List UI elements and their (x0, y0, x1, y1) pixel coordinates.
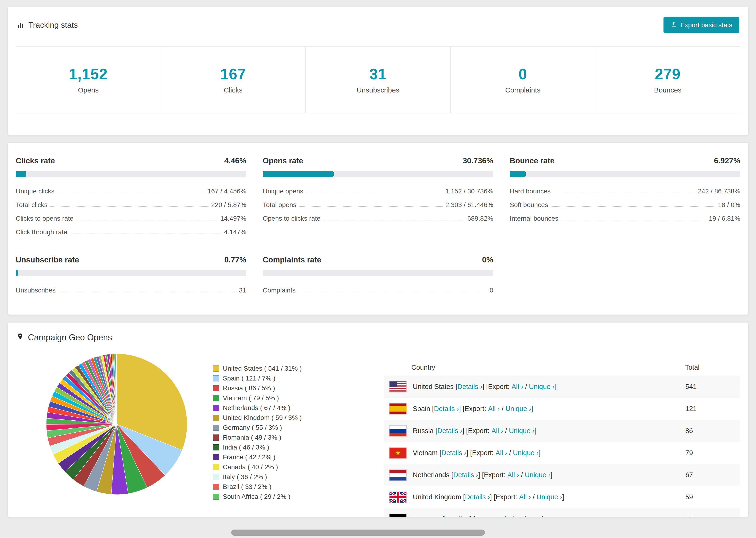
rate-row-opens-to-clicks-rate: Opens to clicks rate 689.82% (263, 212, 493, 225)
export-button-label: Export basic stats (680, 21, 732, 29)
rate-row-clicks-to-opens-rate: Clicks to opens rate 14.497% (16, 212, 246, 225)
legend-item-russia[interactable]: Russia ( 86 / 5% ) (213, 383, 345, 393)
rate-head: Unsubscribe rate 0.77% (16, 255, 246, 264)
bracket: ] [Export: (466, 449, 495, 457)
details-link[interactable]: Details › (465, 493, 490, 501)
country-cell: Germany [Details ›] [Export: All › / Uni… (385, 513, 685, 517)
slash-separator: / (519, 471, 525, 479)
tracking-stats-header: Tracking stats Export basic stats (17, 17, 739, 33)
stat-box-opens: 1,152 Opens (16, 47, 161, 113)
rate-row-value: 0 (490, 287, 493, 294)
export-all-link[interactable]: All › (507, 471, 519, 479)
rate-head: Complaints rate 0% (263, 255, 493, 264)
rate-head: Clicks rate 4.46% (16, 156, 246, 165)
country-cell: Netherlands [Details ›] [Export: All › /… (385, 469, 685, 481)
rate-title: Clicks rate (16, 156, 55, 165)
geo-table-container: Country Total United States [Details ›] … (384, 359, 740, 517)
details-link[interactable]: Details › (453, 471, 478, 479)
rate-row-value: 2,303 / 61.446% (445, 201, 493, 209)
export-unique-link[interactable]: Unique › (516, 515, 542, 517)
legend-item-india[interactable]: India ( 46 / 3% ) (213, 443, 345, 452)
export-unique-link[interactable]: Unique › (525, 471, 551, 479)
legend-swatch (213, 415, 219, 421)
total-column-header: Total (685, 359, 740, 376)
flag-de-icon (389, 513, 406, 517)
details-link[interactable]: Details › (441, 449, 466, 457)
legend-item-united-kingdom[interactable]: United Kingdom ( 59 / 3% ) (213, 413, 345, 423)
stat-box-unsubscribes: 31 Unsubscribes (306, 47, 451, 113)
export-basic-stats-button[interactable]: Export basic stats (664, 17, 739, 33)
legend-item-germany[interactable]: Germany ( 55 / 3% ) (213, 423, 345, 433)
page: Tracking stats Export basic stats 1,152 … (0, 0, 756, 517)
export-all-link[interactable]: All › (519, 493, 531, 501)
details-link[interactable]: Details › (434, 405, 459, 413)
bracket: [ (434, 427, 437, 435)
country-name: Netherlands (413, 471, 449, 479)
rate-row-click-through-rate: Click through rate 4.147% (16, 225, 246, 239)
export-all-link[interactable]: All › (499, 515, 511, 517)
horizontal-scrollbar-thumb[interactable] (231, 529, 485, 536)
legend-item-spain[interactable]: Spain ( 121 / 7% ) (213, 373, 345, 383)
rate-row-total-clicks: Total clicks 220 / 5.87% (16, 198, 246, 212)
country-cell: United States [Details ›] [Export: All ›… (385, 381, 685, 393)
export-unique-link[interactable]: Unique › (509, 427, 535, 435)
dotted-leader (299, 206, 443, 207)
export-unique-link[interactable]: Unique › (536, 493, 562, 501)
geo-opens-table: Country Total United States [Details ›] … (384, 359, 740, 517)
legend-item-france[interactable]: France ( 42 / 2% ) (213, 452, 345, 462)
legend-item-canada[interactable]: Canada ( 40 / 2% ) (213, 462, 345, 472)
slash-separator: / (523, 383, 529, 391)
geo-table-row-russia: Russia [Details ›] [Export: All › / Uniq… (384, 420, 740, 442)
rate-row-total-opens: Total opens 2,303 / 61.446% (263, 198, 493, 212)
geo-opens-pie-chart[interactable] (44, 351, 189, 497)
legend-label: Canada ( 40 / 2% ) (223, 463, 278, 471)
flag-gb-icon (389, 492, 406, 503)
legend-label: India ( 46 / 3% ) (223, 444, 269, 451)
export-all-link[interactable]: All › (512, 383, 523, 391)
legend-label: South Africa ( 29 / 2% ) (223, 493, 291, 501)
export-unique-link[interactable]: Unique › (529, 383, 555, 391)
legend-swatch (213, 385, 219, 391)
slash-separator: / (507, 449, 513, 457)
rate-percent: 4.46% (224, 156, 246, 165)
legend-label: Italy ( 36 / 2% ) (223, 473, 267, 481)
legend-swatch (213, 375, 219, 381)
bar-chart-icon (17, 21, 24, 29)
rate-title: Unsubscribe rate (16, 255, 79, 264)
export-all-link[interactable]: All › (491, 427, 503, 435)
rate-progress-track (16, 270, 246, 276)
legend-item-romania[interactable]: Romania ( 49 / 3% ) (213, 433, 345, 443)
rate-row-hard-bounces: Hard bounces 242 / 86.738% (510, 185, 740, 198)
legend-item-italy[interactable]: Italy ( 36 / 2% ) (213, 472, 345, 482)
rate-row-complaints: Complaints 0 (263, 284, 493, 297)
legend-item-vietnam[interactable]: Vietnam ( 79 / 5% ) (213, 393, 345, 403)
rate-row-value: 18 / 0% (718, 201, 740, 209)
rate-row-label: Total opens (263, 201, 296, 209)
details-link[interactable]: Details › (458, 383, 482, 391)
export-unique-link[interactable]: Unique › (506, 405, 531, 413)
legend-item-united-states[interactable]: United States ( 541 / 31% ) (213, 364, 345, 373)
tracking-stats-title-text: Tracking stats (28, 21, 78, 29)
rates-grid: Clicks rate 4.46% Unique clicks 167 / 4.… (16, 151, 740, 306)
rate-row-soft-bounces: Soft bounces 18 / 0% (510, 198, 740, 212)
export-all-link[interactable]: All › (495, 449, 507, 457)
export-unique-link[interactable]: Unique › (513, 449, 539, 457)
legend-item-netherlands[interactable]: Netherlands ( 67 / 4% ) (213, 403, 345, 413)
rate-title: Bounce rate (510, 156, 555, 165)
rate-rows: Complaints 0 (263, 284, 493, 297)
legend-item-south-africa[interactable]: South Africa ( 29 / 2% ) (213, 492, 345, 502)
dotted-leader (553, 193, 695, 193)
details-link[interactable]: Details › (445, 515, 469, 517)
dotted-leader (57, 193, 205, 193)
details-link[interactable]: Details › (437, 427, 462, 435)
export-all-link[interactable]: All › (488, 405, 500, 413)
rate-head: Bounce rate 6.927% (510, 156, 740, 165)
country-total: 86 (685, 420, 740, 442)
dotted-leader (561, 220, 706, 220)
country-name: Russia (413, 427, 434, 435)
country-cell: United Kingdom [Details ›] [Export: All … (385, 492, 685, 503)
legend-item-brazil[interactable]: Brazil ( 33 / 2% ) (213, 482, 345, 492)
bracket: ] (551, 471, 553, 479)
dotted-leader (323, 220, 465, 220)
export-icon (671, 21, 677, 29)
